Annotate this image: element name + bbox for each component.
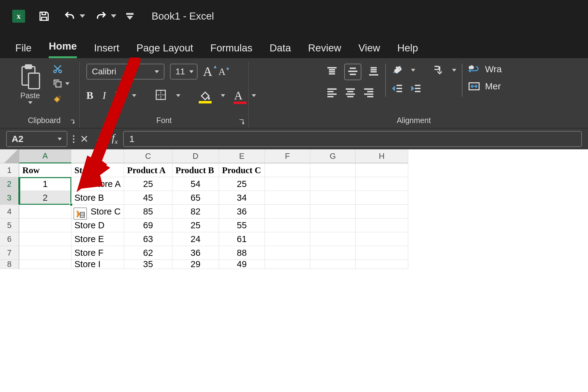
quick-analysis-icon[interactable] (74, 207, 87, 220)
cell-b7[interactable]: Store F (71, 246, 124, 260)
name-box[interactable]: A2 (6, 131, 67, 147)
row-header-6[interactable]: 6 (0, 232, 19, 246)
tab-insert[interactable]: Insert (94, 42, 119, 58)
cell-g4[interactable] (310, 205, 356, 218)
cell-f3[interactable] (265, 191, 310, 205)
format-painter-button[interactable] (52, 93, 70, 104)
align-bottom-button[interactable] (368, 66, 380, 78)
cell-c5[interactable]: 69 (124, 218, 172, 232)
row-header-7[interactable]: 7 (0, 246, 19, 260)
tab-page-layout[interactable]: Page Layout (136, 42, 193, 58)
cell-a5[interactable] (19, 218, 71, 232)
italic-button[interactable]: I (103, 90, 106, 101)
tab-file[interactable]: File (15, 42, 32, 58)
cell-d3[interactable]: 65 (172, 191, 219, 205)
cell-e1[interactable]: Product C (219, 163, 265, 177)
cell-c3[interactable]: 45 (124, 191, 172, 205)
copy-button[interactable] (52, 78, 70, 89)
text-direction-button[interactable] (432, 64, 446, 77)
text-direction-dropdown-icon[interactable] (452, 69, 456, 72)
col-header-c[interactable]: C (124, 149, 172, 163)
paste-dropdown-icon[interactable] (28, 101, 32, 104)
cell-g6[interactable] (310, 232, 356, 246)
align-top-button[interactable] (326, 66, 338, 78)
align-left-button[interactable] (326, 87, 338, 99)
cell-d7[interactable]: 36 (172, 246, 219, 260)
increase-font-size-button[interactable]: A▴ (203, 64, 212, 79)
name-box-resize-icon[interactable] (73, 135, 74, 143)
cell-d4[interactable]: 82 (172, 205, 219, 218)
cell-f1[interactable] (265, 163, 310, 177)
chevron-down-icon[interactable] (58, 138, 62, 140)
cut-button[interactable] (52, 64, 70, 74)
tab-review[interactable]: Review (308, 42, 341, 58)
cell-h4[interactable] (356, 205, 408, 218)
cell-b1[interactable]: Store (71, 163, 124, 177)
increase-indent-button[interactable] (410, 83, 422, 95)
cell-a4[interactable] (19, 205, 71, 218)
tab-help[interactable]: Help (397, 42, 418, 58)
cell-a7[interactable] (19, 246, 71, 260)
cell-c7[interactable]: 62 (124, 246, 172, 260)
bold-button[interactable]: B (86, 90, 93, 101)
cell-e6[interactable]: 61 (219, 232, 265, 246)
cell-b8[interactable]: Store I (71, 260, 124, 269)
select-all-corner[interactable] (0, 149, 19, 163)
row-header-2[interactable]: 2 (0, 177, 19, 191)
redo-dropdown-icon[interactable] (111, 14, 116, 18)
align-right-button[interactable] (363, 87, 375, 99)
cell-g7[interactable] (310, 246, 356, 260)
cancel-entry-button[interactable]: ✕ (80, 133, 89, 145)
accept-entry-button[interactable]: ✓ (96, 133, 104, 145)
cell-d6[interactable]: 24 (172, 232, 219, 246)
cell-d8[interactable]: 29 (172, 260, 219, 269)
cell-g8[interactable] (310, 260, 356, 269)
cell-h1[interactable] (356, 163, 408, 177)
col-header-e[interactable]: E (219, 149, 265, 163)
cell-g1[interactable] (310, 163, 356, 177)
font-launcher-icon[interactable] (239, 119, 245, 126)
decrease-font-size-button[interactable]: A▾ (218, 66, 225, 77)
wrap-text-button[interactable]: ab Wra (468, 64, 502, 75)
cell-a3[interactable]: 2 (19, 191, 71, 205)
orientation-dropdown-icon[interactable] (411, 69, 415, 72)
save-button[interactable] (38, 10, 50, 22)
cell-h7[interactable] (356, 246, 408, 260)
font-size-combo[interactable]: 11 (170, 64, 198, 80)
cell-f2[interactable] (265, 177, 310, 191)
decrease-indent-button[interactable] (391, 83, 404, 95)
cell-h3[interactable] (356, 191, 408, 205)
borders-dropdown-icon[interactable] (176, 94, 180, 97)
cell-f8[interactable] (265, 260, 310, 269)
cell-a1[interactable]: Row (19, 163, 71, 177)
cell-h8[interactable] (356, 260, 408, 269)
cell-a8[interactable] (19, 260, 71, 269)
cell-h2[interactable] (356, 177, 408, 191)
borders-button[interactable] (155, 89, 167, 102)
cell-b6[interactable]: Store E (71, 232, 124, 246)
col-header-g[interactable]: G (310, 149, 356, 163)
tab-data[interactable]: Data (270, 42, 291, 58)
formula-input[interactable]: 1 (123, 131, 582, 147)
cell-f5[interactable] (265, 218, 310, 232)
tab-view[interactable]: View (358, 42, 380, 58)
cell-h6[interactable] (356, 232, 408, 246)
col-header-b[interactable]: B (71, 149, 124, 163)
col-header-h[interactable]: H (356, 149, 408, 163)
paste-button[interactable]: Paste (19, 64, 41, 104)
col-header-a[interactable]: A (19, 149, 71, 163)
undo-dropdown-icon[interactable] (80, 14, 85, 18)
font-name-combo[interactable]: Calibri (86, 64, 164, 80)
cell-a2[interactable]: 1 (19, 177, 71, 191)
cell-d2[interactable]: 54 (172, 177, 219, 191)
cell-c6[interactable]: 63 (124, 232, 172, 246)
underline-button[interactable]: U (115, 90, 123, 101)
insert-function-button[interactable]: fx (112, 132, 118, 146)
align-middle-button[interactable] (344, 64, 361, 80)
cell-g5[interactable] (310, 218, 356, 232)
font-color-button[interactable]: A (234, 89, 243, 102)
cell-h5[interactable] (356, 218, 408, 232)
cell-e2[interactable]: 25 (219, 177, 265, 191)
cell-e7[interactable]: 88 (219, 246, 265, 260)
cell-f7[interactable] (265, 246, 310, 260)
